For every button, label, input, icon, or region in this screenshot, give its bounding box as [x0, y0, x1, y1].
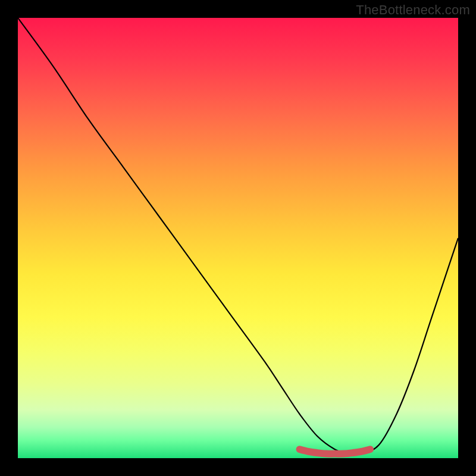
watermark-text: TheBottleneck.com — [356, 2, 470, 18]
chart-svg — [18, 18, 458, 458]
chart-plot-area — [18, 18, 458, 458]
chart-frame: TheBottleneck.com — [0, 0, 476, 476]
bottleneck-curve — [18, 18, 458, 455]
